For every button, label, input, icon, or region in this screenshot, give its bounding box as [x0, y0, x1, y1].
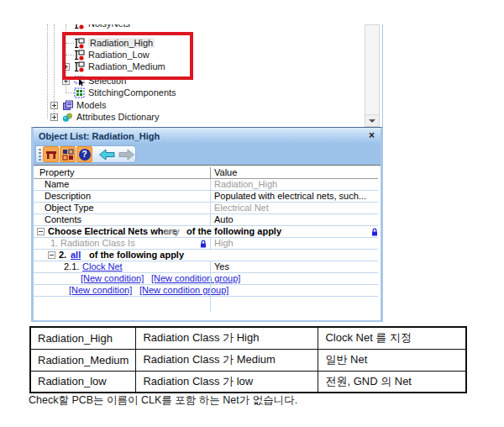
panel-titlebar[interactable]: Object List: Radiation_High ×	[34, 128, 381, 144]
property-value[interactable]: Electrical Net	[214, 203, 269, 214]
lock-icon	[200, 240, 207, 249]
condition-number: 2.1.	[64, 261, 79, 272]
lock-icon	[371, 228, 378, 237]
models-icon	[62, 100, 73, 111]
cell-rule: Radiation Class 가 High	[136, 327, 318, 349]
panel-title: Object List: Radiation_High	[39, 131, 160, 141]
condition-value[interactable]: High	[214, 238, 234, 249]
tree-item-radiation-high[interactable]: Radiation_High	[74, 37, 155, 49]
quantifier-link[interactable]: all	[71, 250, 81, 261]
net-icon	[74, 50, 85, 61]
tree-item-label: Models	[76, 100, 106, 110]
rule-text: of the following apply	[186, 226, 281, 237]
tree-connector	[66, 55, 74, 55]
cell-note: 일반 Net	[318, 349, 466, 371]
table-view-icon	[45, 148, 58, 161]
object-list-view-button[interactable]	[43, 146, 59, 162]
condition-text[interactable]: Radiation Class Is	[60, 238, 135, 249]
rule-quantifier[interactable]: any	[164, 226, 180, 237]
help-button[interactable]: ?	[76, 146, 92, 162]
property-label: Contents	[45, 214, 81, 225]
column-divider[interactable]	[210, 179, 211, 312]
panel-toolbar: ?	[34, 144, 381, 165]
toolbar-grip-handle[interactable]	[39, 149, 41, 161]
scroll-down-icon[interactable]	[365, 114, 379, 126]
tree-item-noisynets[interactable]: NoisyNets	[74, 24, 130, 29]
back-arrow-icon[interactable]	[98, 149, 116, 161]
column-divider[interactable]	[210, 167, 211, 179]
attributes-dictionary-icon	[62, 112, 73, 123]
tree-item-label: Radiation_Medium	[88, 61, 165, 71]
tree-item-radiation-low[interactable]: Radiation_Low	[74, 49, 150, 61]
net-icon	[74, 24, 85, 29]
expand-icon[interactable]	[62, 63, 70, 71]
tree-connector	[66, 43, 74, 44]
expand-icon[interactable]	[62, 77, 70, 85]
help-icon: ?	[79, 149, 91, 161]
cell-name: Radiation_High	[30, 327, 136, 349]
property-grid: Property Value Name Radiation_High Descr…	[34, 166, 381, 320]
column-header-property[interactable]: Property	[39, 167, 75, 178]
property-value[interactable]: Populated with electrical nets, such...	[214, 191, 366, 202]
tree-item-label: StitchingComponents	[88, 87, 176, 98]
tree-item-label: Attributes Dictionary	[76, 112, 159, 122]
expand-icon[interactable]	[50, 113, 58, 121]
clock-net-link[interactable]: Clock Net	[82, 261, 123, 272]
tree-item-label: Radiation_Low	[88, 50, 150, 60]
grid-row-condition-1[interactable]: 1. Radiation Class Is High	[34, 238, 378, 250]
grid-row-group-2[interactable]: 2. all of the following apply	[34, 250, 378, 261]
new-condition-link[interactable]: [New condition]	[81, 273, 144, 284]
new-condition-group-link[interactable]: [New condition group]	[139, 285, 228, 296]
footnote-text: Check할 PCB는 이름이 CLK를 포함 하는 Net가 없습니다.	[29, 393, 297, 408]
tree-scrollbar[interactable]	[365, 24, 380, 127]
tree-item-label: NoisyNets	[88, 24, 130, 29]
net-icon	[74, 61, 85, 72]
expand-icon[interactable]	[50, 102, 58, 109]
new-condition-link[interactable]: [New condition]	[69, 285, 132, 296]
condition-value[interactable]: Yes	[214, 261, 229, 272]
table-row: Radiation_Medium Radiation Class 가 Mediu…	[30, 349, 466, 371]
tree-item-label: Selection	[88, 76, 126, 86]
tree-item-attributes-dictionary[interactable]: Attributes Dictionary	[62, 111, 159, 123]
object-list-panel: Object List: Radiation_High ×	[31, 127, 383, 322]
condition-number: 1.	[50, 238, 58, 249]
cell-note: Clock Net 를 지정	[318, 327, 466, 349]
forward-arrow-icon[interactable]	[118, 149, 135, 161]
hierarchy-view-button[interactable]	[60, 146, 76, 162]
radiation-summary-table: Radiation_High Radiation Class 가 High Cl…	[29, 326, 467, 393]
collapse-icon[interactable]	[48, 251, 55, 259]
grid-row-description[interactable]: Description Populated with electrical ne…	[34, 191, 378, 203]
property-label: Object Type	[45, 203, 94, 214]
tree-guide-line	[47, 24, 48, 119]
table-row: Radiation_High Radiation Class 가 High Cl…	[30, 327, 466, 349]
grid-row-object-type[interactable]: Object Type Electrical Net	[34, 203, 378, 214]
collapse-icon[interactable]	[37, 228, 45, 235]
rule-text: Choose Electrical Nets where	[48, 226, 177, 237]
close-icon[interactable]: ×	[369, 129, 375, 141]
cell-name: Radiation_low	[30, 371, 136, 393]
property-value[interactable]: Radiation_High	[214, 179, 277, 190]
grid-header-row: Property Value	[34, 167, 378, 179]
table-row: Radiation_low Radiation Class 가 low 전원, …	[30, 371, 466, 393]
tree-item-models[interactable]: Models	[62, 99, 106, 111]
cell-name: Radiation_Medium	[30, 349, 136, 371]
tree-connector	[66, 92, 74, 93]
new-condition-group-link[interactable]: [New condition group]	[151, 273, 240, 284]
hierarchy-view-icon	[61, 148, 75, 161]
stitching-components-icon	[74, 87, 85, 98]
selection-cursor-icon	[74, 76, 85, 87]
column-header-value[interactable]: Value	[214, 167, 237, 178]
property-value[interactable]: Auto	[214, 214, 234, 225]
grid-row-contents[interactable]: Contents Auto	[34, 214, 378, 226]
net-icon	[74, 38, 85, 49]
grid-row-condition-2-1[interactable]: 2.1. Clock Net Yes	[34, 261, 378, 273]
grid-row-name[interactable]: Name Radiation_High	[34, 179, 378, 191]
grid-row-new-links-nested: [New condition] [New condition group]	[34, 273, 378, 285]
object-tree: NoisyNets Radiation_High Radiation_Low	[28, 24, 382, 127]
tree-item-radiation-medium[interactable]: Radiation_Medium	[74, 61, 165, 72]
grid-row-choose-nets[interactable]: Choose Electrical Nets where any of the …	[34, 226, 378, 238]
tree-item-stitchingcomponents[interactable]: StitchingComponents	[74, 87, 176, 98]
property-label: Description	[45, 191, 91, 202]
grid-row-new-links-outer: [New condition] [New condition group]	[34, 285, 378, 297]
tree-item-selection[interactable]: Selection	[74, 75, 126, 87]
